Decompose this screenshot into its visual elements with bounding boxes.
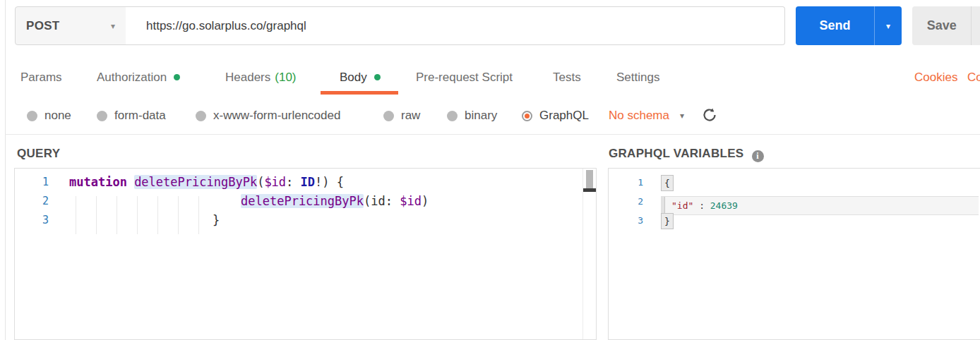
url-input[interactable] [126, 6, 785, 45]
variables-line-1: { [661, 174, 674, 193]
body-type-graphql[interactable]: GraphQL [522, 104, 589, 127]
body-type-form-data[interactable]: form-data [97, 104, 166, 127]
query-line-1: mutation deletePricingByPk($id: ID!) { [69, 173, 344, 192]
headers-count: (10) [275, 71, 296, 84]
green-dot-icon [374, 74, 381, 80]
method-select[interactable]: POST ▾ [15, 6, 126, 45]
query-line-3: } [69, 211, 220, 230]
active-line-highlight: "id" : 24639 [661, 196, 979, 215]
green-dot-icon [174, 74, 180, 80]
radio-icon [383, 111, 394, 121]
code-link[interactable]: Code [967, 63, 980, 92]
radio-selected-icon [522, 111, 532, 121]
radio-icon [27, 111, 37, 121]
schema-picker[interactable]: No schema [609, 104, 669, 127]
save-button[interactable]: Save ▾ [912, 6, 980, 45]
variables-code-area[interactable]: "id" : 24639 { } [609, 173, 980, 339]
method-label: POST [26, 19, 60, 33]
send-options-caret[interactable]: ▾ [874, 6, 902, 45]
chevron-down-icon[interactable]: ▾ [680, 111, 684, 121]
graphql-variables-editor[interactable]: 1 2 3 "id" : 24639 { } [608, 168, 980, 340]
save-options-caret[interactable]: ▾ [971, 6, 980, 45]
body-type-raw[interactable]: raw [383, 104, 420, 127]
variables-line-2: "id" : 24639 [671, 197, 738, 214]
radio-icon [196, 111, 206, 121]
variables-section-title: GRAPHQL VARIABLESi [609, 147, 764, 162]
body-type-binary[interactable]: binary [447, 104, 497, 127]
matching-bracket-highlight: } [661, 213, 674, 229]
tab-body[interactable]: Body [340, 63, 381, 92]
tab-authorization[interactable]: Authorization [97, 63, 180, 92]
matching-bracket-highlight: { [661, 175, 674, 191]
query-line-2: deletePricingByPk(id: $id) [69, 192, 429, 211]
tab-tests[interactable]: Tests [553, 63, 581, 92]
chevron-down-icon: ▾ [886, 21, 890, 31]
query-section-title: QUERY [17, 147, 60, 161]
radio-icon [447, 111, 458, 121]
scrollbar-annotation [583, 188, 596, 192]
info-icon[interactable]: i [752, 150, 764, 162]
query-code-area[interactable]: mutation deletePricingByPk($id: ID!) { d… [15, 173, 582, 339]
tab-params[interactable]: Params [20, 63, 62, 92]
body-type-none[interactable]: none [27, 104, 71, 127]
scrollbar[interactable] [582, 169, 596, 339]
pane-divider [5, 0, 6, 340]
scrollbar-thumb[interactable] [586, 170, 593, 188]
save-label[interactable]: Save [912, 6, 971, 45]
variables-line-3: } [661, 212, 674, 231]
graphql-query-editor[interactable]: 1 2 3 mutation deletePricingByPk($id: ID… [14, 168, 597, 340]
section-divider [5, 134, 980, 135]
body-type-x-www-form-urlencoded[interactable]: x-www-form-urlencoded [196, 104, 340, 127]
cookies-link[interactable]: Cookies [914, 63, 957, 92]
tab-headers[interactable]: Headers(10) [225, 63, 297, 92]
tab-pre-request-script[interactable]: Pre-request Script [416, 63, 513, 92]
send-label[interactable]: Send [796, 6, 874, 45]
radio-icon [97, 111, 107, 121]
send-button[interactable]: Send ▾ [796, 6, 902, 45]
tab-settings[interactable]: Settings [616, 63, 659, 92]
refresh-icon[interactable] [701, 107, 718, 123]
chevron-down-icon: ▾ [111, 21, 115, 31]
active-tab-underline [321, 91, 398, 95]
